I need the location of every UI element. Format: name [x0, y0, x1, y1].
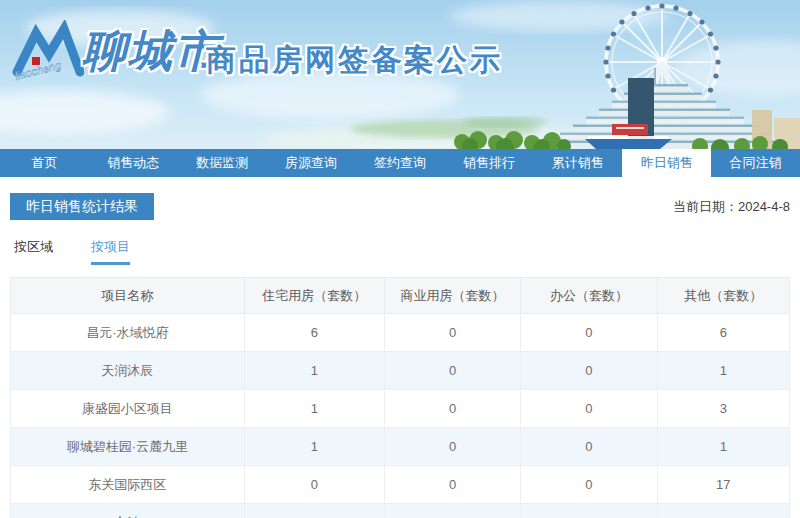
value-cell: 0: [384, 428, 520, 466]
value-cell: 0: [521, 466, 657, 504]
table-row: 合计90028: [11, 504, 790, 518]
value-cell: 1: [244, 352, 384, 390]
value-cell: 0: [244, 466, 384, 504]
table-row: 昌元·水域悦府6006: [11, 314, 790, 352]
value-cell: 0: [521, 352, 657, 390]
table-body: 昌元·水域悦府6006天润沐辰1001康盛园小区项目1003聊城碧桂园·云麓九里…: [11, 314, 790, 518]
project-name-cell: 康盛园小区项目: [11, 390, 245, 428]
value-cell: 6: [244, 314, 384, 352]
nav-item-yesterday-sales[interactable]: 昨日销售: [622, 149, 711, 177]
section-row: 昨日销售统计结果 当前日期：2024-4-8: [10, 193, 790, 220]
value-cell: 17: [657, 466, 789, 504]
nav-item-home[interactable]: 首页: [0, 149, 89, 177]
value-cell: 1: [657, 428, 789, 466]
nav-item-data-monitoring[interactable]: 数据监测: [178, 149, 267, 177]
value-cell: 0: [384, 352, 520, 390]
current-date-label: 当前日期：: [673, 199, 738, 214]
column-header: 商业用房（套数）: [384, 278, 520, 314]
nav-item-contract-cancel[interactable]: 合同注销: [711, 149, 800, 177]
value-cell: 0: [384, 390, 520, 428]
value-cell: 28: [657, 504, 789, 518]
nav-item-contract-query[interactable]: 签约查询: [356, 149, 445, 177]
project-name-cell: 天润沐辰: [11, 352, 245, 390]
value-cell: 1: [657, 352, 789, 390]
value-cell: 0: [521, 504, 657, 518]
tab-by-region[interactable]: 按区域: [14, 238, 53, 265]
current-date: 当前日期：2024-4-8: [673, 198, 790, 216]
tab-by-project[interactable]: 按项目: [91, 238, 130, 265]
project-name-cell: 东关国际西区: [11, 466, 245, 504]
value-cell: 1: [244, 428, 384, 466]
project-name-cell: 合计: [11, 504, 245, 518]
main-nav: 首页销售动态数据监测房源查询签约查询销售排行累计销售昨日销售合同注销: [0, 149, 800, 177]
value-cell: 0: [521, 428, 657, 466]
nav-item-listing-query[interactable]: 房源查询: [267, 149, 356, 177]
table-row: 天润沐辰1001: [11, 352, 790, 390]
table-row: 东关国际西区00017: [11, 466, 790, 504]
column-header: 其他（套数）: [657, 278, 789, 314]
current-date-value: 2024-4-8: [738, 199, 790, 214]
column-header: 住宅用房（套数）: [244, 278, 384, 314]
nav-item-sales-ranking[interactable]: 销售排行: [444, 149, 533, 177]
value-cell: 1: [244, 390, 384, 428]
content: 昨日销售统计结果 当前日期：2024-4-8 按区域按项目 项目名称住宅用房（套…: [0, 193, 800, 518]
value-cell: 3: [657, 390, 789, 428]
value-cell: 0: [521, 314, 657, 352]
column-header: 办公（套数）: [521, 278, 657, 314]
value-cell: 6: [657, 314, 789, 352]
value-cell: 0: [384, 466, 520, 504]
value-cell: 0: [384, 504, 520, 518]
section-title-badge: 昨日销售统计结果: [10, 193, 154, 220]
view-tabs: 按区域按项目: [10, 238, 790, 265]
value-cell: 0: [521, 390, 657, 428]
table-row: 聊城碧桂园·云麓九里1001: [11, 428, 790, 466]
table-row: 康盛园小区项目1003: [11, 390, 790, 428]
banner: liaocheng 聊城市 商品房网签备案公示: [0, 0, 800, 149]
project-name-cell: 聊城碧桂园·云麓九里: [11, 428, 245, 466]
value-cell: 0: [384, 314, 520, 352]
table-wrap: 项目名称住宅用房（套数）商业用房（套数）办公（套数）其他（套数） 昌元·水域悦府…: [10, 277, 790, 518]
table-header-row: 项目名称住宅用房（套数）商业用房（套数）办公（套数）其他（套数）: [11, 278, 790, 314]
logo: liaocheng: [12, 20, 84, 84]
nav-item-sales-trends[interactable]: 销售动态: [89, 149, 178, 177]
nav-item-cumulative-sales[interactable]: 累计销售: [533, 149, 622, 177]
project-name-cell: 昌元·水域悦府: [11, 314, 245, 352]
column-header: 项目名称: [11, 278, 245, 314]
sales-table: 项目名称住宅用房（套数）商业用房（套数）办公（套数）其他（套数） 昌元·水域悦府…: [10, 277, 790, 518]
value-cell: 9: [244, 504, 384, 518]
city-name: 聊城市: [82, 22, 220, 81]
site-title: 商品房网签备案公示: [206, 40, 503, 81]
